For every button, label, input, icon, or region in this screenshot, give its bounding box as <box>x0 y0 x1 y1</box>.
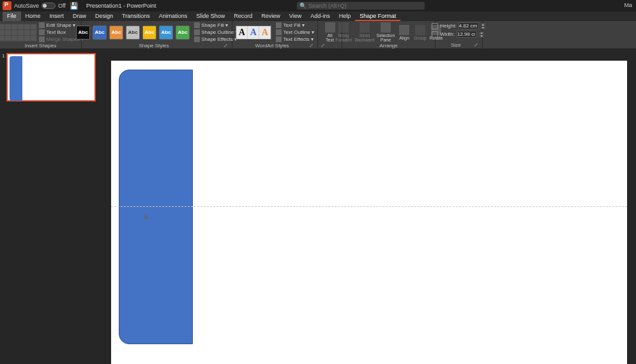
bring-forward-icon <box>338 22 349 33</box>
shape-effects-label: Shape Effects <box>201 36 233 42</box>
width-spinner[interactable]: ▴▾ <box>479 31 484 38</box>
group-button[interactable]: Group <box>413 25 427 40</box>
save-icon[interactable]: 💾 <box>70 2 79 10</box>
tab-shape-format[interactable]: Shape Format <box>355 11 400 21</box>
document-title: Presentation1 - PowerPoint <box>86 3 156 9</box>
shape-outline-icon <box>194 29 200 35</box>
height-icon <box>432 23 438 29</box>
height-input[interactable] <box>458 22 479 29</box>
shape-fill-icon <box>194 22 200 28</box>
style-swatch-2[interactable]: Abc <box>93 26 107 40</box>
slide-thumbnails-pane[interactable]: 1 <box>0 49 100 364</box>
shape-effects-button[interactable]: Shape Effects ▾ <box>194 36 238 42</box>
style-swatch-4[interactable]: Abc <box>126 26 140 40</box>
shape-outline-label: Shape Outline <box>201 29 234 35</box>
autosave-label: AutoSave <box>14 3 39 9</box>
style-swatch-5[interactable]: Abc <box>142 26 156 40</box>
shape-effects-icon <box>194 36 200 42</box>
shape-fill-label: Shape Fill <box>201 22 224 28</box>
rounded-rectangle-shape[interactable] <box>119 70 193 344</box>
size-dialog-launcher[interactable]: ⤢ <box>474 42 478 49</box>
height-label: Height: <box>440 23 456 29</box>
tab-addins[interactable]: Add-ins <box>306 11 335 21</box>
tab-review[interactable]: Review <box>257 11 285 21</box>
thumbnail-1-wrap[interactable]: 1 <box>4 53 96 102</box>
ribbon: Edit Shape ▾ Text Box Merge Shapes ▾ Ins… <box>0 21 636 49</box>
group-shape-styles: Abc Abc Abc Abc Abc Abc Abc Shape Fill ▾… <box>82 21 232 49</box>
shapes-gallery[interactable] <box>0 24 37 42</box>
search-input[interactable] <box>308 3 422 9</box>
wordart-dialog-launcher[interactable]: ⤢ <box>309 42 314 49</box>
bring-forward-button[interactable]: Bring Forward <box>334 22 353 42</box>
wordart-swatch-2[interactable]: A <box>248 26 259 39</box>
thumbnail-1-number: 1 <box>2 53 4 59</box>
tab-draw[interactable]: Draw <box>68 11 91 21</box>
tab-help[interactable]: Help <box>335 11 356 21</box>
user-name[interactable]: Ma <box>624 2 632 8</box>
width-input[interactable] <box>457 31 477 38</box>
tab-insert[interactable]: Insert <box>45 11 69 21</box>
search-box[interactable]: 🔍 <box>297 2 425 10</box>
group-arrange: Bring Forward Send Backward Selection Pa… <box>342 21 435 49</box>
text-effects-icon <box>276 36 282 42</box>
ribbon-tabs: File Home Insert Draw Design Transitions… <box>0 11 636 21</box>
selection-pane-icon <box>381 22 391 33</box>
group-obj-label: Group <box>414 36 426 40</box>
slide-stage[interactable]: ✥ <box>100 49 636 364</box>
autosave-toggle[interactable]: AutoSave Off <box>14 3 66 9</box>
thumbnail-1-shape <box>10 56 22 101</box>
selection-pane-button[interactable]: Selection Pane <box>376 22 395 42</box>
text-fill-button[interactable]: Text Fill ▾ <box>276 22 314 28</box>
group-label-wordart: WordArt Styles <box>255 43 289 49</box>
thumbnail-1[interactable] <box>6 53 96 102</box>
style-swatch-1[interactable]: Abc <box>76 26 90 40</box>
work-area: 1 ✥ <box>0 49 636 364</box>
tab-file[interactable]: File <box>3 11 21 21</box>
toggle-icon[interactable] <box>42 3 56 9</box>
tab-animations[interactable]: Animations <box>155 11 192 21</box>
wordart-swatch-3[interactable]: A <box>259 26 271 39</box>
group-insert-shapes: Edit Shape ▾ Text Box Merge Shapes ▾ Ins… <box>0 21 82 49</box>
text-outline-icon <box>276 29 282 35</box>
horizontal-guide <box>111 206 627 207</box>
width-label: Width: <box>440 31 455 37</box>
group-icon <box>415 25 425 35</box>
align-icon <box>399 25 409 35</box>
shape-style-gallery[interactable]: Abc Abc Abc Abc Abc Abc Abc <box>76 26 190 40</box>
bring-forward-label: Bring Forward <box>335 33 352 42</box>
text-effects-label: Text Effects <box>283 36 309 42</box>
shape-styles-dialog-launcher[interactable]: ⤢ <box>223 42 228 49</box>
tab-view[interactable]: View <box>285 11 306 21</box>
tab-record[interactable]: Record <box>229 11 257 21</box>
text-effects-button[interactable]: Text Effects ▾ <box>276 36 314 42</box>
send-backward-button[interactable]: Send Backward <box>355 22 374 42</box>
height-spinner[interactable]: ▴▾ <box>481 23 486 29</box>
style-swatch-7[interactable]: Abc <box>176 26 190 40</box>
group-size: Height: ▴▾ Width: ▴▾ Size⤢ <box>435 21 483 49</box>
tab-design[interactable]: Design <box>91 11 117 21</box>
style-swatch-6[interactable]: Abc <box>159 26 173 40</box>
style-swatch-3[interactable]: Abc <box>109 26 123 40</box>
align-label: Align <box>399 36 409 40</box>
wordart-swatch-1[interactable]: A <box>236 26 248 39</box>
align-button[interactable]: Align <box>397 25 411 40</box>
text-fill-label: Text Fill <box>283 22 300 28</box>
merge-shapes-label: Merge Shapes <box>46 36 79 42</box>
alt-text-label: Alt Text <box>326 33 334 42</box>
text-box-icon <box>39 29 45 35</box>
tab-slideshow[interactable]: Slide Show <box>192 11 229 21</box>
accessibility-dialog-launcher[interactable]: ⤢ <box>321 42 325 49</box>
shape-outline-button[interactable]: Shape Outline ▾ <box>194 29 238 35</box>
tab-home[interactable]: Home <box>21 11 45 21</box>
tab-transitions[interactable]: Transitions <box>117 11 155 21</box>
group-wordart-styles: A A A Text Fill ▾ Text Outline ▾ Text Ef… <box>232 21 318 49</box>
edit-shape-icon <box>39 22 45 28</box>
text-outline-label: Text Outline <box>283 29 310 35</box>
group-label-arrange: Arrange <box>345 42 432 49</box>
slide-canvas[interactable]: ✥ <box>111 61 627 364</box>
text-outline-button[interactable]: Text Outline ▾ <box>276 29 314 35</box>
text-box-label: Text Box <box>46 29 66 35</box>
wordart-gallery[interactable]: A A A <box>236 26 271 40</box>
app-icon <box>3 1 11 10</box>
shape-fill-button[interactable]: Shape Fill ▾ <box>194 22 238 28</box>
